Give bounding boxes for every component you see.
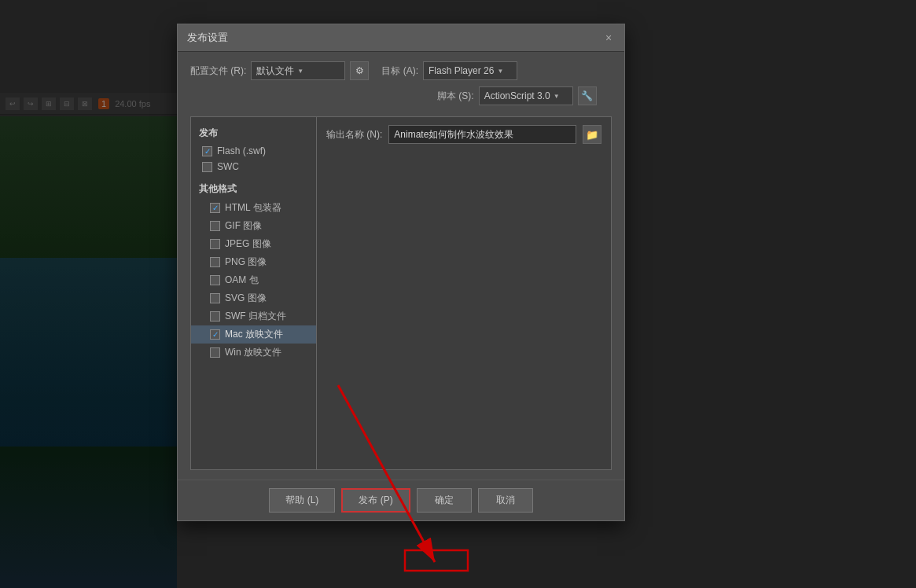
script-select[interactable]: ActionScript 3.0 ▼ (479, 86, 573, 105)
config-settings-btn[interactable]: ⚙ (350, 61, 369, 80)
list-item-flash-swf[interactable]: Flash (.swf) (191, 143, 316, 159)
cancel-button[interactable]: 取消 (478, 488, 533, 513)
publish-section-header: 发布 (191, 123, 316, 143)
checkbox-mac[interactable] (210, 329, 220, 340)
checkbox-flash-swf[interactable] (202, 146, 212, 156)
label-svg: SVG 图像 (225, 292, 267, 305)
other-formats-header: 其他格式 (191, 179, 316, 199)
config-select[interactable]: 默认文件 ▼ (251, 61, 345, 80)
checkbox-win[interactable] (210, 347, 220, 358)
output-name-row: 输出名称 (N): 📁 (326, 125, 601, 144)
config-label: 配置文件 (R): (190, 64, 246, 78)
list-item-svg[interactable]: SVG 图像 (191, 289, 316, 307)
target-arrow: ▼ (497, 68, 503, 75)
ok-button[interactable]: 确定 (417, 488, 472, 513)
label-flash-swf: Flash (.swf) (217, 145, 266, 156)
list-item-oam[interactable]: OAM 包 (191, 271, 316, 289)
checkbox-html[interactable] (210, 203, 220, 213)
publish-list: 发布 Flash (.swf) SWC 其他格式 HTML 包装器 (191, 117, 317, 469)
label-win: Win 放映文件 (225, 346, 281, 359)
list-item-mac-projector[interactable]: Mac 放映文件 (191, 325, 316, 344)
checkbox-swf-archive[interactable] (210, 311, 220, 322)
label-swf-archive: SWF 归档文件 (225, 310, 286, 323)
config-value: 默认文件 (256, 64, 294, 78)
script-arrow: ▼ (554, 93, 560, 100)
checkbox-oam[interactable] (210, 275, 220, 285)
checkbox-png[interactable] (210, 257, 220, 267)
checkbox-jpeg[interactable] (210, 239, 220, 249)
dialog-footer: 帮助 (L) 发布 (P) 确定 取消 (178, 480, 624, 520)
output-input[interactable] (388, 125, 576, 144)
config-field: 配置文件 (R): 默认文件 ▼ ⚙ (190, 61, 369, 80)
list-item-jpeg[interactable]: JPEG 图像 (191, 235, 316, 253)
label-mac: Mac 放映文件 (225, 328, 283, 341)
label-gif: GIF 图像 (225, 219, 262, 233)
dialog-title: 发布设置 (187, 31, 228, 45)
script-settings-btn[interactable]: 🔧 (578, 86, 597, 105)
list-item-gif[interactable]: GIF 图像 (191, 217, 316, 235)
top-row: 配置文件 (R): 默认文件 ▼ ⚙ 目标 (A): Flash Player … (190, 61, 612, 80)
close-button[interactable]: × (602, 31, 615, 44)
label-jpeg: JPEG 图像 (225, 237, 271, 251)
publish-button[interactable]: 发布 (P) (341, 488, 410, 513)
script-value: ActionScript 3.0 (484, 90, 550, 101)
label-png: PNG 图像 (225, 255, 267, 269)
list-item-swf-archive[interactable]: SWF 归档文件 (191, 307, 316, 325)
checkbox-svg[interactable] (210, 293, 220, 303)
script-field: 脚本 (S): ActionScript 3.0 ▼ 🔧 (437, 86, 597, 105)
help-button[interactable]: 帮助 (L) (269, 488, 335, 513)
target-field: 目标 (A): Flash Player 26 ▼ (381, 61, 517, 80)
list-item-win-projector[interactable]: Win 放映文件 (191, 344, 316, 362)
dialog-titlebar: 发布设置 × (178, 24, 624, 52)
target-value: Flash Player 26 (429, 65, 494, 76)
script-label: 脚本 (S): (437, 90, 474, 103)
target-select[interactable]: Flash Player 26 ▼ (423, 61, 517, 80)
list-item-swc[interactable]: SWC (191, 159, 316, 175)
list-item-png[interactable]: PNG 图像 (191, 253, 316, 271)
checkbox-gif[interactable] (210, 221, 220, 231)
dialog-body: 配置文件 (R): 默认文件 ▼ ⚙ 目标 (A): Flash Player … (178, 52, 624, 480)
browse-folder-btn[interactable]: 📁 (583, 125, 601, 144)
publish-settings-dialog: 发布设置 × 配置文件 (R): 默认文件 ▼ ⚙ 目标 (A): Flash … (177, 24, 625, 521)
output-area: 输出名称 (N): 📁 (317, 117, 611, 469)
checkbox-swc[interactable] (202, 162, 212, 172)
dialog-content: 发布 Flash (.swf) SWC 其他格式 HTML 包装器 (190, 116, 612, 470)
label-oam: OAM 包 (225, 274, 259, 287)
output-label: 输出名称 (N): (326, 128, 382, 141)
config-arrow: ▼ (297, 68, 303, 75)
label-swc: SWC (217, 161, 239, 172)
list-item-html-wrapper[interactable]: HTML 包装器 (191, 199, 316, 217)
label-html: HTML 包装器 (225, 201, 281, 215)
target-label: 目标 (A): (381, 64, 418, 78)
script-row: 脚本 (S): ActionScript 3.0 ▼ 🔧 (190, 86, 612, 105)
